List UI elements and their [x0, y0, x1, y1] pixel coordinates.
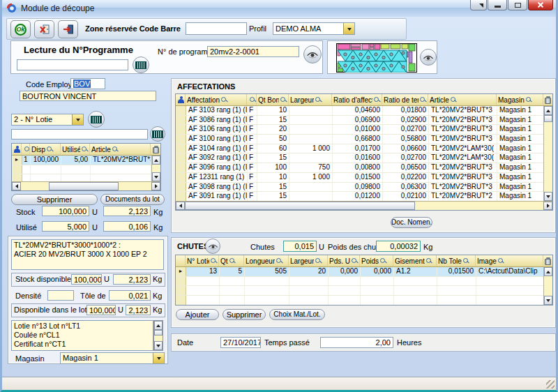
- scroll-up-button[interactable]: [544, 267, 552, 276]
- scroll-down-button[interactable]: [544, 192, 552, 201]
- profil-dropdown-button[interactable]: [343, 23, 354, 34]
- table-row[interactable]: AF 12311 rang (1)F101 0000,015000,02200T…: [176, 173, 543, 183]
- search-icon[interactable]: [112, 146, 119, 153]
- delete-row-header[interactable]: [151, 144, 161, 155]
- program-scan-input[interactable]: [17, 59, 128, 70]
- search-icon[interactable]: [47, 146, 53, 153]
- doc-nomen-button[interactable]: Doc. Nomen.: [391, 217, 432, 228]
- column-header[interactable]: Affectation: [186, 94, 247, 105]
- column-header[interactable]: Utilisé: [61, 144, 90, 155]
- stock-disponible-u-field[interactable]: 100,000: [71, 274, 102, 285]
- ok-button[interactable]: Ok: [10, 20, 31, 38]
- scan-lot-mode-button[interactable]: [88, 111, 105, 128]
- delete-row-header[interactable]: [543, 255, 552, 266]
- utilise-kg-field[interactable]: 0,106: [103, 221, 151, 232]
- table-row[interactable]: ►1100,0005,00TL*20MV2*BRUT*3000*1(: [12, 156, 151, 165]
- stock-disponible-kg-field[interactable]: 2,123: [113, 274, 151, 285]
- lot-horizontal-scrollbar[interactable]: [12, 181, 160, 190]
- column-header[interactable]: Largeur: [289, 94, 332, 105]
- column-header[interactable]: E: [247, 94, 257, 105]
- column-header[interactable]: Longueur: [244, 255, 289, 266]
- table-row[interactable]: AF 3103 rang (1) (IF100,046000,01800TL*2…: [176, 106, 543, 116]
- scan-program-button[interactable]: [133, 56, 149, 73]
- tole-kg-field[interactable]: 0,021: [109, 290, 151, 301]
- lot-mode-dropdown-button[interactable]: [72, 114, 83, 125]
- program-number-field[interactable]: 20mv2-2-0001: [207, 46, 299, 57]
- table-row[interactable]: AF 3098 rang (1) (IF150,098000,06300TL*2…: [176, 183, 543, 193]
- chutes-vertical-scrollbar[interactable]: [543, 267, 552, 305]
- lot-mode-select[interactable]: 2 - N° Lotie: [11, 114, 84, 126]
- scan-lot-button[interactable]: [150, 126, 165, 142]
- search-icon[interactable]: [426, 258, 432, 264]
- search-icon[interactable]: [352, 258, 358, 264]
- scroll-down-button[interactable]: [544, 296, 552, 305]
- magasin-select[interactable]: Magasin 1: [60, 352, 165, 364]
- window-menu-button[interactable]: [470, 0, 487, 10]
- search-icon[interactable]: [498, 258, 504, 264]
- column-header[interactable]: Ratio d'affectat: [332, 94, 382, 105]
- search-icon[interactable]: [229, 258, 236, 264]
- search-icon[interactable]: [380, 258, 386, 264]
- scroll-left-button[interactable]: [176, 202, 185, 210]
- scrollbar-thumb[interactable]: [49, 182, 119, 190]
- search-icon[interactable]: [526, 97, 532, 103]
- poids-chutes-field[interactable]: 0,00032: [376, 241, 421, 252]
- lot-vertical-scrollbar[interactable]: [151, 156, 160, 181]
- chutes-qty-field[interactable]: 0,015: [283, 241, 317, 252]
- search-icon[interactable]: [315, 97, 322, 103]
- column-header[interactable]: Qt: [219, 255, 244, 266]
- dispo-lot-kg-field[interactable]: 2,123: [126, 305, 151, 315]
- utilise-u-field[interactable]: 5,000: [42, 221, 89, 232]
- scrollbar-thumb[interactable]: [544, 115, 552, 122]
- table-row[interactable]: AF 3104 rang (1) (IF601 0000,017000,0660…: [176, 144, 543, 154]
- affectations-horizontal-scrollbar[interactable]: [176, 201, 552, 210]
- densite-field[interactable]: [47, 290, 74, 301]
- search-icon[interactable]: [82, 146, 88, 153]
- table-row[interactable]: ►135505200,0000,000A1.20,01500C:\Actcut\…: [176, 267, 543, 277]
- scroll-right-button[interactable]: [543, 202, 552, 210]
- view-nesting-button[interactable]: [420, 49, 437, 66]
- employee-name-field[interactable]: BOUTRON VINCENT: [20, 91, 156, 101]
- resize-grip-icon[interactable]: [546, 380, 555, 389]
- search-icon[interactable]: [250, 97, 256, 103]
- column-header[interactable]: Ratio de temps: [382, 94, 428, 105]
- column-header[interactable]: Image: [476, 255, 543, 266]
- table-row[interactable]: AF 3086 rang (1) (IF150,069000,02900TL*2…: [176, 116, 543, 126]
- column-header[interactable]: Magasin: [497, 94, 543, 105]
- view-program-button[interactable]: [303, 45, 322, 63]
- column-header[interactable]: Article: [90, 144, 151, 155]
- lot-info-scrollbar[interactable]: [153, 320, 163, 351]
- ajouter-button[interactable]: Ajouter: [176, 309, 219, 320]
- scrollbar-thumb[interactable]: [154, 330, 163, 336]
- lot-info-list[interactable]: Lotie n°13 Lot n°LT1Coulée n°CL1Certific…: [11, 320, 153, 351]
- close-button[interactable]: [528, 0, 553, 10]
- search-icon[interactable]: [280, 97, 287, 103]
- search-icon[interactable]: [211, 258, 217, 264]
- documents-lot-button[interactable]: Documents du lot: [100, 194, 165, 205]
- supprimer-chute-button[interactable]: Supprimer: [223, 309, 266, 320]
- title-bar[interactable]: Module de découpe: [2, 0, 556, 17]
- scroll-down-button[interactable]: [154, 341, 163, 350]
- column-header[interactable]: [22, 144, 30, 155]
- maximize-button[interactable]: [508, 0, 527, 10]
- nesting-preview-image[interactable]: [336, 43, 417, 73]
- column-header[interactable]: Gisement: [393, 255, 437, 266]
- column-header[interactable]: Qt Bonne: [257, 94, 289, 105]
- affectations-vertical-scrollbar[interactable]: [543, 106, 552, 201]
- column-header[interactable]: Article: [428, 94, 497, 105]
- employee-code-input[interactable]: BOV: [70, 78, 105, 89]
- search-icon[interactable]: [315, 258, 322, 264]
- supprimer-lot-button[interactable]: Supprimer: [11, 194, 98, 205]
- choix-mat-lot-button[interactable]: Choix Mat./Lot.: [269, 309, 325, 320]
- column-header[interactable]: Disp: [30, 144, 61, 155]
- magasin-dropdown-button[interactable]: [153, 353, 164, 363]
- column-header[interactable]: N° Lotie: [186, 255, 219, 266]
- search-icon[interactable]: [24, 146, 30, 153]
- scroll-up-button[interactable]: [152, 156, 160, 165]
- column-header[interactable]: Pds. U.: [328, 255, 360, 266]
- search-icon[interactable]: [221, 97, 227, 103]
- table-row[interactable]: AF 3106 rang (1) (IF200,010000,02700TL*2…: [176, 125, 543, 135]
- column-header[interactable]: Poids: [360, 255, 393, 266]
- logout-button[interactable]: [58, 20, 78, 38]
- barcode-zone-input[interactable]: [186, 22, 247, 35]
